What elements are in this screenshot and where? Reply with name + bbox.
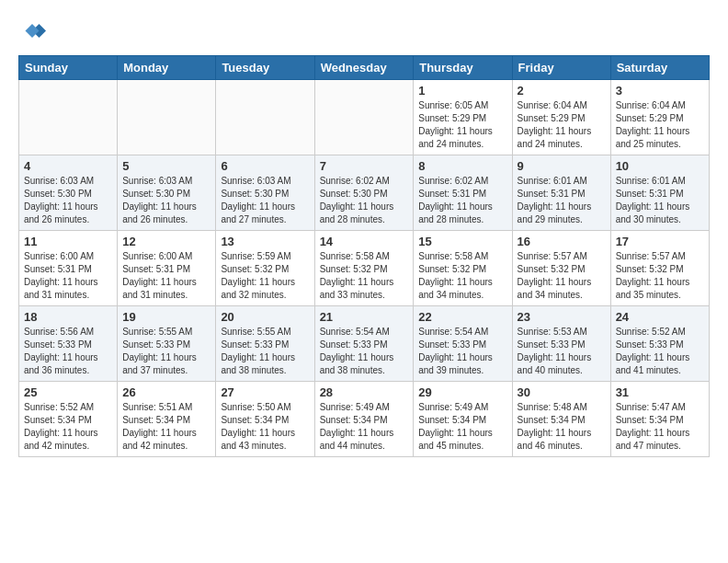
column-header-thursday: Thursday <box>414 56 512 80</box>
day-info: Sunrise: 5:53 AM Sunset: 5:33 PM Dayligh… <box>518 326 606 377</box>
calendar-cell: 7Sunrise: 6:02 AM Sunset: 5:30 PM Daylig… <box>314 155 414 231</box>
day-info: Sunrise: 6:03 AM Sunset: 5:30 PM Dayligh… <box>221 175 309 226</box>
calendar-cell: 1Sunrise: 6:05 AM Sunset: 5:29 PM Daylig… <box>414 80 512 155</box>
day-info: Sunrise: 6:02 AM Sunset: 5:31 PM Dayligh… <box>418 175 506 226</box>
day-number: 17 <box>616 235 704 248</box>
day-info: Sunrise: 5:48 AM Sunset: 5:34 PM Dayligh… <box>518 401 606 453</box>
column-header-monday: Monday <box>118 56 216 80</box>
calendar-table: SundayMondayTuesdayWednesdayThursdayFrid… <box>18 55 710 457</box>
day-number: 12 <box>122 235 210 248</box>
day-number: 11 <box>24 235 112 248</box>
day-number: 27 <box>221 385 309 399</box>
column-header-tuesday: Tuesday <box>216 56 314 80</box>
calendar-cell <box>314 80 414 155</box>
day-info: Sunrise: 6:01 AM Sunset: 5:31 PM Dayligh… <box>616 175 704 226</box>
column-header-saturday: Saturday <box>610 56 709 80</box>
calendar-cell: 18Sunrise: 5:56 AM Sunset: 5:33 PM Dayli… <box>19 306 118 382</box>
day-info: Sunrise: 5:58 AM Sunset: 5:32 PM Dayligh… <box>320 250 409 302</box>
day-number: 2 <box>518 84 606 98</box>
calendar-cell: 4Sunrise: 6:03 AM Sunset: 5:30 PM Daylig… <box>19 155 118 231</box>
day-info: Sunrise: 5:52 AM Sunset: 5:33 PM Dayligh… <box>616 326 704 377</box>
calendar-cell: 23Sunrise: 5:53 AM Sunset: 5:33 PM Dayli… <box>512 306 610 382</box>
calendar-cell <box>19 80 118 155</box>
day-number: 19 <box>122 310 210 324</box>
calendar-cell: 21Sunrise: 5:54 AM Sunset: 5:33 PM Dayli… <box>314 306 414 382</box>
calendar-cell: 20Sunrise: 5:55 AM Sunset: 5:33 PM Dayli… <box>216 306 314 382</box>
calendar-week-row: 4Sunrise: 6:03 AM Sunset: 5:30 PM Daylig… <box>19 155 710 231</box>
logo <box>18 18 50 46</box>
day-info: Sunrise: 5:54 AM Sunset: 5:33 PM Dayligh… <box>418 326 506 377</box>
day-info: Sunrise: 5:55 AM Sunset: 5:33 PM Dayligh… <box>122 326 210 377</box>
day-info: Sunrise: 5:55 AM Sunset: 5:33 PM Dayligh… <box>221 326 309 377</box>
calendar-week-row: 18Sunrise: 5:56 AM Sunset: 5:33 PM Dayli… <box>19 306 710 382</box>
day-info: Sunrise: 5:49 AM Sunset: 5:34 PM Dayligh… <box>418 401 506 453</box>
day-number: 4 <box>24 159 112 173</box>
calendar-cell: 19Sunrise: 5:55 AM Sunset: 5:33 PM Dayli… <box>118 306 216 382</box>
calendar-cell: 9Sunrise: 6:01 AM Sunset: 5:31 PM Daylig… <box>512 155 610 231</box>
day-info: Sunrise: 6:04 AM Sunset: 5:29 PM Dayligh… <box>616 99 704 151</box>
day-info: Sunrise: 5:57 AM Sunset: 5:32 PM Dayligh… <box>518 250 606 302</box>
calendar-cell: 6Sunrise: 6:03 AM Sunset: 5:30 PM Daylig… <box>216 155 314 231</box>
day-number: 18 <box>24 310 112 324</box>
calendar-cell: 3Sunrise: 6:04 AM Sunset: 5:29 PM Daylig… <box>610 80 709 155</box>
calendar-cell: 29Sunrise: 5:49 AM Sunset: 5:34 PM Dayli… <box>414 382 512 457</box>
day-number: 22 <box>418 310 506 324</box>
calendar-cell: 17Sunrise: 5:57 AM Sunset: 5:32 PM Dayli… <box>610 231 709 306</box>
day-number: 23 <box>518 310 606 324</box>
day-info: Sunrise: 5:52 AM Sunset: 5:34 PM Dayligh… <box>24 401 112 453</box>
day-number: 1 <box>418 84 506 98</box>
day-number: 7 <box>320 159 409 173</box>
day-number: 21 <box>320 310 409 324</box>
calendar-cell: 16Sunrise: 5:57 AM Sunset: 5:32 PM Dayli… <box>512 231 610 306</box>
calendar-cell: 28Sunrise: 5:49 AM Sunset: 5:34 PM Dayli… <box>314 382 414 457</box>
day-number: 28 <box>320 385 409 399</box>
day-number: 3 <box>616 84 704 98</box>
day-info: Sunrise: 6:02 AM Sunset: 5:30 PM Dayligh… <box>320 175 409 226</box>
column-header-sunday: Sunday <box>19 56 118 80</box>
calendar-cell: 5Sunrise: 6:03 AM Sunset: 5:30 PM Daylig… <box>118 155 216 231</box>
calendar-cell: 22Sunrise: 5:54 AM Sunset: 5:33 PM Dayli… <box>414 306 512 382</box>
day-number: 6 <box>221 159 309 173</box>
calendar-cell: 30Sunrise: 5:48 AM Sunset: 5:34 PM Dayli… <box>512 382 610 457</box>
day-number: 5 <box>122 159 210 173</box>
calendar-week-row: 1Sunrise: 6:05 AM Sunset: 5:29 PM Daylig… <box>19 80 710 155</box>
day-number: 15 <box>418 235 506 248</box>
calendar-cell: 26Sunrise: 5:51 AM Sunset: 5:34 PM Dayli… <box>118 382 216 457</box>
calendar-week-row: 11Sunrise: 6:00 AM Sunset: 5:31 PM Dayli… <box>19 231 710 306</box>
calendar-header-row: SundayMondayTuesdayWednesdayThursdayFrid… <box>19 56 710 80</box>
calendar-cell: 27Sunrise: 5:50 AM Sunset: 5:34 PM Dayli… <box>216 382 314 457</box>
day-info: Sunrise: 6:05 AM Sunset: 5:29 PM Dayligh… <box>418 99 506 151</box>
day-number: 25 <box>24 385 112 399</box>
day-number: 31 <box>616 385 704 399</box>
day-info: Sunrise: 5:49 AM Sunset: 5:34 PM Dayligh… <box>320 401 409 453</box>
day-info: Sunrise: 6:03 AM Sunset: 5:30 PM Dayligh… <box>24 175 112 226</box>
calendar-cell: 12Sunrise: 6:00 AM Sunset: 5:31 PM Dayli… <box>118 231 216 306</box>
day-number: 29 <box>418 385 506 399</box>
day-info: Sunrise: 5:50 AM Sunset: 5:34 PM Dayligh… <box>221 401 309 453</box>
day-info: Sunrise: 6:00 AM Sunset: 5:31 PM Dayligh… <box>122 250 210 302</box>
day-info: Sunrise: 6:03 AM Sunset: 5:30 PM Dayligh… <box>122 175 210 226</box>
day-number: 10 <box>616 159 704 173</box>
column-header-wednesday: Wednesday <box>314 56 414 80</box>
day-info: Sunrise: 6:04 AM Sunset: 5:29 PM Dayligh… <box>518 99 606 151</box>
day-info: Sunrise: 5:51 AM Sunset: 5:34 PM Dayligh… <box>122 401 210 453</box>
calendar-cell: 10Sunrise: 6:01 AM Sunset: 5:31 PM Dayli… <box>610 155 709 231</box>
day-number: 13 <box>221 235 309 248</box>
day-number: 9 <box>518 159 606 173</box>
day-number: 16 <box>518 235 606 248</box>
day-info: Sunrise: 5:58 AM Sunset: 5:32 PM Dayligh… <box>418 250 506 302</box>
calendar-cell <box>216 80 314 155</box>
calendar-cell: 8Sunrise: 6:02 AM Sunset: 5:31 PM Daylig… <box>414 155 512 231</box>
page-header <box>18 18 710 46</box>
calendar-cell <box>118 80 216 155</box>
calendar-cell: 15Sunrise: 5:58 AM Sunset: 5:32 PM Dayli… <box>414 231 512 306</box>
day-number: 20 <box>221 310 309 324</box>
day-info: Sunrise: 5:59 AM Sunset: 5:32 PM Dayligh… <box>221 250 309 302</box>
day-number: 26 <box>122 385 210 399</box>
calendar-cell: 14Sunrise: 5:58 AM Sunset: 5:32 PM Dayli… <box>314 231 414 306</box>
day-info: Sunrise: 5:57 AM Sunset: 5:32 PM Dayligh… <box>616 250 704 302</box>
day-info: Sunrise: 5:47 AM Sunset: 5:34 PM Dayligh… <box>616 401 704 453</box>
calendar-week-row: 25Sunrise: 5:52 AM Sunset: 5:34 PM Dayli… <box>19 382 710 457</box>
calendar-cell: 11Sunrise: 6:00 AM Sunset: 5:31 PM Dayli… <box>19 231 118 306</box>
day-info: Sunrise: 6:01 AM Sunset: 5:31 PM Dayligh… <box>518 175 606 226</box>
